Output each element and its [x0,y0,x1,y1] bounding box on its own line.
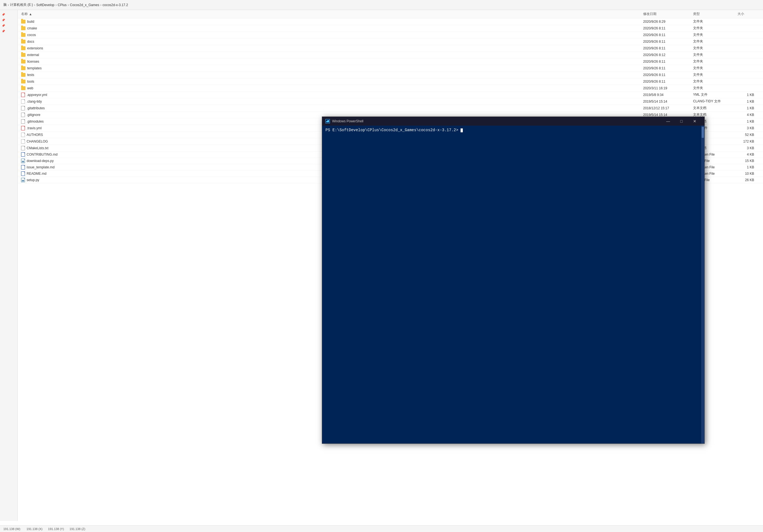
file-name: web [27,86,33,90]
file-type: CLANG-TIDY 文件 [693,99,737,104]
sep-4: › [100,3,101,7]
file-size: 1 KB [737,106,760,110]
file-type: 文本文档 [693,106,737,110]
list-item[interactable]: .gitattributes 2018/12/12 15:17 文本文档 1 K… [18,105,763,112]
file-type: 文件夹 [693,19,737,24]
file-date: 2020/9/26 8:11 [643,26,693,30]
pin-icon-3[interactable]: 📌 [1,23,6,28]
file-type: 文件夹 [693,26,737,31]
list-item[interactable]: external 2020/9/26 8:12 文件夹 [18,52,763,58]
breadcrumb-part-5[interactable]: cocos2d-x-3.17.2 [102,3,128,7]
ps-restore-button[interactable]: □ [675,117,688,126]
file-size: 4 KB [737,113,760,117]
pin-icon-2[interactable]: 📌 [1,18,6,22]
file-type: 文件夹 [693,46,737,51]
list-item[interactable]: cmake 2020/9/26 8:11 文件夹 [18,25,763,32]
file-type: 文件夹 [693,33,737,37]
ps-scrollbar[interactable] [701,126,705,444]
file-type: 文件夹 [693,39,737,44]
list-item[interactable]: build 2020/9/26 8:29 文件夹 [18,18,763,25]
file-name-cell: tools [21,80,643,83]
file-size: 15 KB [737,159,760,163]
file-date: 2019/5/8 9:34 [643,93,693,97]
list-item[interactable]: licenses 2020/9/26 8:11 文件夹 [18,58,763,65]
ps-icon-inner [326,120,329,122]
breadcrumb-part-2[interactable]: SoftDevelop [36,3,54,7]
file-name: CHANGELOG [27,140,48,144]
file-list-header: 名称 ▲ 修改日期 类型 大小 [18,10,763,18]
pin-icon-1[interactable]: 📌 [1,12,6,17]
list-item[interactable]: .appveyor.yml 2019/5/8 9:34 YML 文件 1 KB [18,91,763,98]
file-size: 1 KB [737,120,760,123]
powershell-icon [325,119,330,123]
file-date: 2019/5/14 15:14 [643,113,693,117]
file-name: tests [27,73,34,77]
file-name: build [27,20,34,24]
file-name: CONTRIBUTING.md [27,153,57,157]
col-type-header[interactable]: 类型 [693,12,737,16]
ps-scrollbar-thumb[interactable] [702,127,704,138]
file-type: 文件夹 [693,66,737,70]
sep-2: › [55,3,56,7]
file-size: 172 KB [737,140,760,144]
list-item[interactable]: docs 2020/9/26 8:11 文件夹 [18,38,763,45]
breadcrumb-part-1[interactable]: 计算机相关 (E:) [10,3,33,7]
explorer-header: 脑 › 计算机相关 (E:) › SoftDevelop › CPlus › C… [0,0,763,10]
breadcrumb-part-4[interactable]: Cocos2d_x_Games [70,3,99,7]
file-name-cell: tests [21,73,643,77]
status-y: 191.138 (Y) [48,527,64,531]
file-date: 2020/9/26 8:11 [643,73,693,77]
folder-icon [21,73,26,77]
file-name-cell: .gitattributes [21,106,643,110]
file-name: extensions [27,46,43,50]
file-date: 2020/9/26 8:11 [643,66,693,70]
file-date: 2020/9/26 8:11 [643,40,693,44]
list-item[interactable]: tools 2020/9/26 8:11 文件夹 [18,78,763,85]
file-name-cell: extensions [21,46,643,50]
folder-icon [21,33,26,37]
file-name-cell: licenses [21,59,643,63]
file-name-cell: cocos [21,33,643,37]
list-item[interactable]: templates 2020/9/26 8:11 文件夹 [18,65,763,71]
ps-prompt-text: PS E:\SoftDevelop\CPlus\Cocos2d_x_Games\… [325,128,458,132]
ps-close-button[interactable]: ✕ [688,117,701,126]
file-size: 4 KB [737,153,760,157]
list-item[interactable]: tests 2020/9/26 8:11 文件夹 [18,71,763,78]
yml-file-icon [21,93,25,97]
file-name: CMakeLists.txt [27,146,49,150]
generic-file-icon [21,133,25,137]
pin-icon-4[interactable]: 📌 [1,29,6,33]
list-item[interactable]: cocos 2020/9/26 8:11 文件夹 [18,32,763,38]
file-type: YML 文件 [693,92,737,97]
file-name: .gitmodules [27,120,44,123]
txt-file-icon [21,106,25,110]
list-item[interactable]: extensions 2020/9/26 8:11 文件夹 [18,45,763,52]
file-name: licenses [27,59,39,63]
file-name-cell: templates [21,66,643,70]
file-name-cell: cmake [21,26,643,30]
file-name-cell: external [21,53,643,57]
folder-icon [21,26,26,30]
status-z: 191.138 (Z) [70,527,85,531]
col-name-header[interactable]: 名称 ▲ [21,12,643,16]
file-name: .travis.yml [27,126,42,130]
markdown-file-icon [21,165,25,169]
sep-1: › [34,3,35,7]
col-size-header[interactable]: 大小 [737,12,760,16]
file-name-cell: build [21,20,643,24]
col-date-header[interactable]: 修改日期 [643,12,693,16]
file-name: cmake [27,26,37,30]
status-bar: 191.138 (W): 191.138 (X) 191.138 (Y) 191… [0,525,763,532]
list-item[interactable]: .clang-tidy 2019/5/14 15:14 CLANG-TIDY 文… [18,98,763,105]
powershell-title: Windows PowerShell [332,119,662,123]
powershell-content[interactable]: PS E:\SoftDevelop\CPlus\Cocos2d_x_Games\… [322,126,705,444]
generic-file-icon [21,99,25,104]
file-name: download-deps.py [27,159,54,163]
breadcrumb-part-3[interactable]: CPlus [58,3,66,7]
file-size: 1 KB [737,165,760,169]
list-item[interactable]: web 2020/3/11 16:19 文件夹 [18,85,763,91]
file-name: templates [27,66,42,70]
ps-minimize-button[interactable]: — [662,117,675,126]
generic-file-icon [21,139,25,144]
breadcrumb-part-0[interactable]: 脑 [3,3,7,7]
